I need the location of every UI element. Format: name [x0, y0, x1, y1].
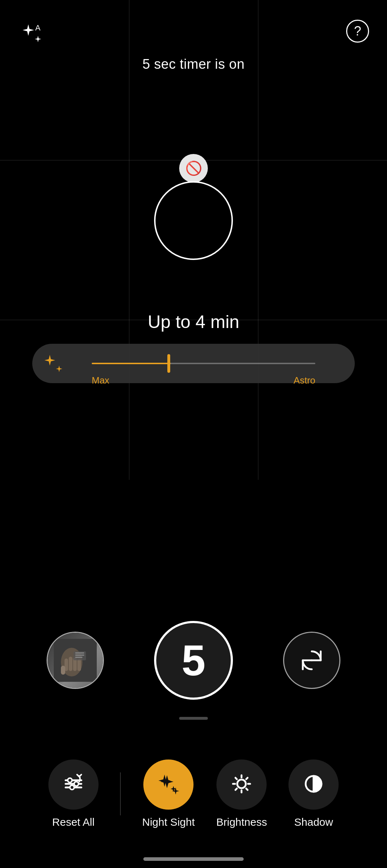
- svg-rect-9: [75, 655, 84, 656]
- focus-lock-icon: 🚫: [179, 154, 208, 183]
- shadow-icon: [302, 772, 325, 797]
- help-label: ?: [354, 24, 361, 39]
- reset-label: Reset All: [52, 816, 95, 828]
- svg-rect-3: [69, 657, 72, 671]
- nightsight-icon: [157, 773, 180, 796]
- ai-mode-button[interactable]: A: [18, 20, 43, 45]
- svg-line-24: [246, 778, 248, 779]
- svg-rect-6: [61, 666, 65, 675]
- timer-text: 5 sec timer is on: [0, 57, 387, 72]
- bottom-panel: Reset All Night Sight: [0, 710, 387, 868]
- slider-track[interactable]: Max Astro: [70, 353, 344, 374]
- flip-camera-button[interactable]: [283, 632, 340, 689]
- svg-line-23: [246, 789, 248, 790]
- brightness-icon: [230, 772, 253, 797]
- grid-line-v2: [258, 0, 258, 480]
- exposure-text: Up to 4 min: [0, 312, 387, 332]
- nightsight-label: Night Sight: [142, 816, 195, 828]
- reset-icon-circle: [48, 760, 99, 810]
- brightness-icon-circle: [216, 760, 267, 810]
- slider-label-max: Max: [92, 375, 109, 386]
- nightsight-icon-circle: [143, 760, 194, 810]
- shutter-button[interactable]: 5: [154, 621, 233, 700]
- help-button[interactable]: ?: [346, 20, 369, 43]
- flip-camera-icon: [297, 646, 326, 675]
- svg-rect-5: [77, 659, 81, 671]
- lock-symbol: 🚫: [185, 160, 202, 176]
- mode-buttons-row: Reset All Night Sight: [0, 730, 387, 857]
- shutter-timer-number: 5: [182, 639, 206, 682]
- ai-letter: A: [35, 23, 40, 33]
- star-large-icon: [23, 24, 34, 36]
- svg-line-25: [235, 789, 237, 790]
- shadow-label: Shadow: [294, 816, 333, 828]
- star-small-icon: [35, 36, 41, 42]
- slider-star-small: [56, 366, 62, 372]
- thumbnail-button[interactable]: [47, 632, 104, 689]
- ai-stars-icon: A: [20, 21, 41, 43]
- slider-star-large: [44, 355, 55, 366]
- slider-filled-track: [92, 363, 171, 364]
- reset-icon: [62, 772, 85, 797]
- svg-line-22: [235, 778, 237, 779]
- mode-drag-handle[interactable]: [179, 717, 208, 720]
- svg-rect-8: [75, 652, 84, 654]
- grid-line-v1: [129, 0, 129, 480]
- brightness-label: Brightness: [216, 816, 267, 828]
- exposure-slider-pill[interactable]: Max Astro: [32, 344, 355, 383]
- mode-button-shadow[interactable]: Shadow: [288, 760, 339, 828]
- home-bar: [143, 857, 244, 861]
- mode-divider-1: [120, 772, 121, 815]
- shadow-icon-circle: [288, 760, 339, 810]
- focus-circle: [154, 181, 233, 260]
- last-photo-thumbnail: [48, 633, 103, 688]
- mode-button-nightsight[interactable]: Night Sight: [142, 760, 195, 828]
- svg-point-14: [68, 778, 72, 782]
- slider-label-astro: Astro: [293, 375, 315, 386]
- slider-thumb[interactable]: [167, 354, 170, 373]
- focus-area[interactable]: 🚫: [154, 154, 233, 260]
- svg-point-17: [237, 780, 246, 788]
- mode-button-brightness[interactable]: Brightness: [216, 760, 267, 828]
- slider-labels: Max Astro: [92, 375, 315, 386]
- svg-point-15: [74, 782, 78, 786]
- mode-button-reset[interactable]: Reset All: [48, 760, 99, 828]
- capture-controls: 5: [0, 610, 387, 710]
- svg-rect-10: [75, 657, 82, 658]
- night-sight-slider-icon: [43, 353, 63, 373]
- viewfinder: A ? 5 sec timer is on 🚫 Up to 4 min Max …: [0, 0, 387, 480]
- svg-point-16: [70, 785, 74, 790]
- thumbnail-image: [54, 639, 97, 682]
